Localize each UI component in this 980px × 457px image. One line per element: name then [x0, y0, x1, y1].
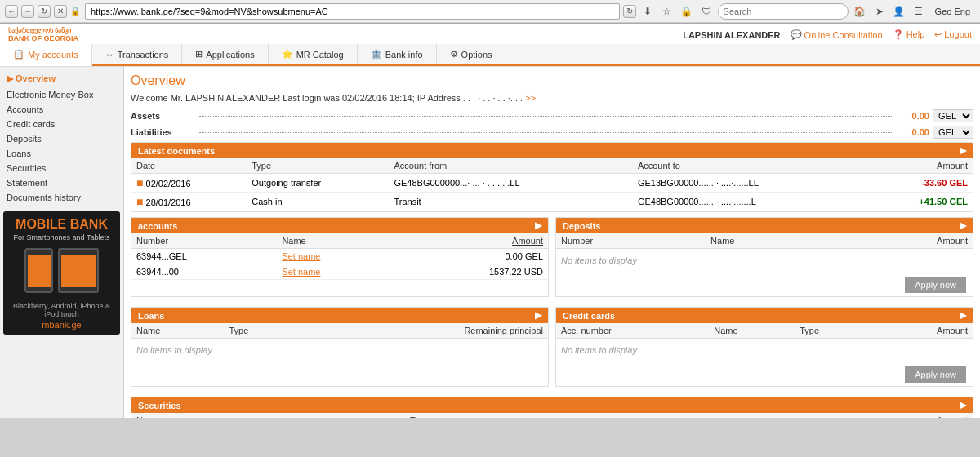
latest-docs-arrow-icon: ▶	[960, 145, 966, 156]
col-amount: Amount	[869, 323, 973, 339]
reload-button[interactable]: ↻	[38, 5, 51, 18]
tab-applications[interactable]: ⊞ Applications	[182, 44, 268, 64]
geo-eng-toggle[interactable]: Geo Eng	[930, 5, 975, 18]
nav-tabs: 📋 My accounts ↔ Transactions ⊞ Applicati…	[0, 44, 980, 66]
account-name-cell: Set name	[277, 249, 394, 264]
set-name-link[interactable]: Set name	[282, 267, 320, 277]
download-icon[interactable]: ⬇	[639, 3, 656, 20]
accounts-tab-icon: 📋	[13, 49, 24, 60]
logout-link[interactable]: ↩ Logout	[934, 29, 972, 40]
forward-button[interactable]: →	[21, 5, 34, 18]
accounts-deposits-row: accounts ▶ Number Name Amount 63944...GE…	[131, 217, 973, 302]
account-number: 63944...GEL	[131, 249, 277, 264]
liabilities-dots	[199, 132, 893, 133]
sidebar-item-overview[interactable]: ▶ Overview	[0, 70, 123, 87]
credit-cards-section: Credit cards ▶ Acc. number Name Type Amo…	[555, 307, 973, 387]
col-name: Name	[706, 233, 826, 249]
account-icon[interactable]: 👤	[891, 3, 907, 20]
doc-bullet-cell: ■ 02/02/2016	[131, 174, 247, 193]
sidebar-item-loans[interactable]: Loans	[0, 146, 123, 161]
tab-options[interactable]: ⚙ Options	[437, 44, 506, 64]
set-name-link[interactable]: Set name	[282, 251, 320, 261]
sidebar-item-electronic-money[interactable]: Electronic Money Box	[0, 87, 123, 102]
bank-info-tab-icon: 🏦	[371, 49, 382, 60]
lock-icon[interactable]: 🔒	[679, 3, 695, 20]
url-bar[interactable]	[85, 3, 620, 20]
accounts-table: Number Name Amount 63944...GEL Set name …	[131, 233, 548, 280]
transactions-tab-icon: ↔	[105, 50, 114, 60]
browser-chrome: ← → ↻ ✕ 🔒 ↻ ⬇ ☆ 🔒 🛡 🏠 ➤ 👤 ☰ Geo Eng	[0, 0, 980, 24]
deposits-header: Deposits ▶	[556, 218, 973, 233]
help-link[interactable]: ❓ Help	[893, 29, 925, 40]
tablet-icon	[58, 248, 99, 293]
doc-account-from: Transit	[389, 193, 632, 211]
search-input[interactable]	[718, 3, 849, 20]
mobile-bank-devices: Blackberry, Android, iPhone & iPod touch	[8, 302, 115, 318]
doc-account-to: GE48BG00000...... · ....·.......L	[633, 193, 867, 211]
col-amount: Amount	[394, 233, 548, 249]
mobile-bank-link[interactable]: mbank.ge	[8, 320, 115, 330]
table-row: 63944...00 Set name 1537.22 USD	[131, 264, 548, 280]
tab-my-accounts[interactable]: 📋 My accounts	[0, 44, 92, 66]
col-name: Name	[277, 233, 394, 249]
col-amount: Amount	[643, 413, 973, 418]
deposits-no-items: No items to display	[556, 249, 973, 272]
bookmark-icon[interactable]: ☆	[659, 3, 675, 20]
back-button[interactable]: ←	[5, 5, 18, 18]
sidebar-item-documents-history[interactable]: Documents history	[0, 190, 123, 205]
bank-logo-english: BANK OF GEORGIA	[8, 34, 78, 42]
assets-currency-select[interactable]: GELUSDEUR	[933, 109, 973, 122]
sidebar-item-securities[interactable]: Securities	[0, 161, 123, 175]
col-amount: Amount	[867, 158, 973, 174]
app-body: ▶ Overview Electronic Money Box Accounts…	[0, 67, 980, 418]
app-header: საქართველოს ბანკი BANK OF GEORGIA LAPSHI…	[0, 24, 980, 67]
home-nav-icon[interactable]: 🏠	[852, 3, 868, 20]
col-type: Type	[795, 323, 869, 339]
account-amount: 1537.22 USD	[394, 264, 548, 280]
col-amount: Amount	[826, 233, 973, 249]
col-account-from: Account from	[389, 158, 632, 174]
doc-bullet-icon: ■	[136, 176, 143, 189]
tab-transactions[interactable]: ↔ Transactions	[92, 44, 183, 64]
welcome-text: Welcome Mr. LAPSHIN ALEXANDER Last login…	[131, 93, 973, 103]
more-link[interactable]: >>	[525, 93, 536, 103]
credit-cards-table: Acc. number Name Type Amount	[556, 323, 973, 339]
assets-dots	[199, 116, 893, 117]
refresh-icon[interactable]: ↻	[623, 5, 636, 18]
doc-bullet-icon: ■	[136, 195, 143, 208]
credit-cards-apply-button[interactable]: Apply now	[905, 366, 966, 383]
doc-account-to: GE13BG00000...... · ....·......LL	[633, 174, 867, 193]
col-type: Type	[405, 413, 643, 418]
loans-arrow-icon: ▶	[535, 310, 541, 321]
deposits-apply-button[interactable]: Apply now	[905, 277, 966, 293]
tab-mr-catalog[interactable]: ⭐ MR Catalog	[269, 44, 358, 64]
mobile-bank-subtitle: For Smartphones and Tablets	[8, 233, 115, 242]
table-row: ■ 28/01/2016 Cash in Transit GE48BG00000…	[131, 193, 973, 211]
sidebar-item-statement[interactable]: Statement	[0, 175, 123, 190]
doc-type: Cash in	[247, 193, 389, 211]
sidebar-item-deposits[interactable]: Deposits	[0, 131, 123, 146]
liabilities-label: Liabilities	[131, 127, 196, 137]
credit-cards-header: Credit cards ▶	[556, 308, 973, 323]
sidebar-item-accounts[interactable]: Accounts	[0, 102, 123, 117]
logout-icon: ↩	[934, 29, 942, 39]
online-consultation-link[interactable]: 💬 Online Consultation	[791, 29, 883, 40]
credit-cards-no-items: No items to display	[556, 339, 973, 362]
latest-docs-header: Latest documents ▶	[131, 143, 973, 158]
arrow-icon[interactable]: ➤	[871, 3, 888, 20]
liabilities-currency-select[interactable]: GELUSDEUR	[933, 126, 973, 139]
menu-icon[interactable]: ☰	[911, 3, 927, 20]
sidebar-section-main: ▶ Overview Electronic Money Box Accounts…	[0, 67, 123, 208]
home-button[interactable]: ✕	[54, 5, 67, 18]
shield-icon[interactable]: 🛡	[698, 3, 715, 20]
accounts-arrow-icon: ▶	[535, 220, 541, 231]
accounts-section: accounts ▶ Number Name Amount 63944...GE…	[131, 217, 549, 297]
mobile-bank-title: MOBILE BANK	[8, 216, 115, 232]
tab-bank-info[interactable]: 🏦 Bank info	[358, 44, 437, 64]
deposits-section: Deposits ▶ Number Name Amount No items t…	[555, 217, 973, 297]
applications-tab-icon: ⊞	[195, 49, 203, 60]
doc-account-from: GE48BG000000...· ... · . . . . .LL	[389, 174, 632, 193]
col-remaining: Remaining principal	[305, 323, 548, 339]
consultation-icon: 💬	[791, 29, 802, 40]
sidebar-item-credit-cards[interactable]: Credit cards	[0, 117, 123, 131]
